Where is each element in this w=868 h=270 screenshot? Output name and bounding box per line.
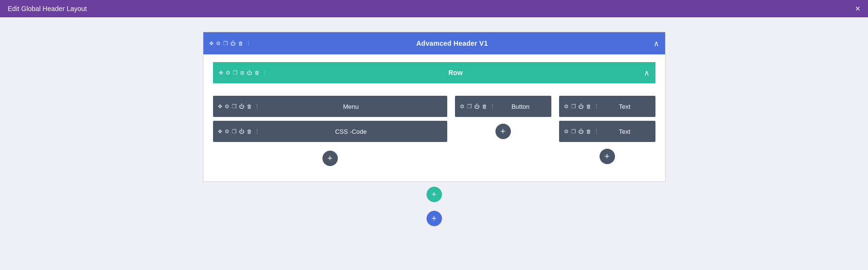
css-power-icon[interactable]: ⏻: [239, 129, 244, 134]
column-1: ✥ ⚙ ❐ ⏻ 🗑 ⋮ Menu ✥ ⚙: [213, 96, 447, 169]
button-trash-icon[interactable]: 🗑: [482, 103, 487, 109]
row-dots-icon[interactable]: ⋮: [262, 70, 267, 76]
button-gear-icon[interactable]: ⚙: [460, 103, 465, 110]
menu-move-icon[interactable]: ✥: [218, 103, 222, 110]
add-row-button[interactable]: +: [427, 187, 442, 202]
column-2: ⚙ ❐ ⏻ 🗑 ⋮ Button +: [455, 96, 551, 142]
columns-layout: ✥ ⚙ ❐ ⏻ 🗑 ⋮ Menu ✥ ⚙: [213, 91, 655, 174]
menu-gear-icon[interactable]: ⚙: [225, 103, 229, 110]
button-module-label: Button: [495, 103, 547, 110]
section-power-icon[interactable]: ⏻: [230, 40, 236, 46]
row-copy-icon[interactable]: ❐: [233, 70, 238, 76]
menu-copy-icon[interactable]: ❐: [232, 103, 237, 110]
text2-trash-icon[interactable]: 🗑: [586, 129, 591, 134]
text1-power-icon[interactable]: ⏻: [578, 103, 584, 109]
button-power-icon[interactable]: ⏻: [474, 103, 480, 109]
section-icon-toolbar: ✥ ⚙ ❐ ⏻ 🗑 ⋮: [209, 40, 251, 47]
text1-copy-icon[interactable]: ❐: [571, 103, 576, 110]
css-gear-icon[interactable]: ⚙: [225, 129, 229, 135]
button-copy-icon[interactable]: ❐: [467, 103, 472, 110]
text2-copy-icon[interactable]: ❐: [571, 129, 576, 135]
section-header: ✥ ⚙ ❐ ⏻ 🗑 ⋮ Advamced Header V1 ∧: [203, 32, 665, 54]
css-move-icon[interactable]: ✥: [218, 129, 222, 135]
text1-module[interactable]: ⚙ ❐ ⏻ 🗑 ⋮ Text: [559, 96, 655, 117]
text2-module-label: Text: [599, 128, 651, 135]
text1-module-label: Text: [599, 103, 651, 110]
row-title: Row: [267, 69, 644, 77]
canvas-area: ✥ ⚙ ❐ ⏻ 🗑 ⋮ Advamced Header V1 ∧ ✥ ⚙ ❐ ⊞…: [0, 17, 868, 270]
row-move-icon[interactable]: ✥: [219, 70, 223, 76]
menu-module[interactable]: ✥ ⚙ ❐ ⏻ 🗑 ⋮ Menu: [213, 96, 447, 117]
text2-power-icon[interactable]: ⏻: [578, 129, 584, 134]
section-copy-icon[interactable]: ❐: [223, 40, 228, 47]
section-chevron-icon[interactable]: ∧: [654, 39, 659, 48]
menu-trash-icon[interactable]: 🗑: [247, 103, 252, 109]
add-section-button[interactable]: +: [427, 211, 442, 226]
add-module-col3-button[interactable]: +: [600, 149, 615, 164]
css-copy-icon[interactable]: ❐: [232, 129, 237, 135]
text2-icon-toolbar: ⚙ ❐ ⏻ 🗑 ⋮: [564, 129, 599, 135]
row-power-icon[interactable]: ⏻: [247, 70, 252, 76]
bottom-add-buttons: + +: [427, 184, 442, 229]
text1-dots-icon[interactable]: ⋮: [594, 103, 599, 110]
text2-module[interactable]: ⚙ ❐ ⏻ 🗑 ⋮ Text: [559, 121, 655, 142]
css-icon-toolbar: ✥ ⚙ ❐ ⏻ 🗑 ⋮: [218, 129, 260, 135]
column-3: ⚙ ❐ ⏻ 🗑 ⋮ Text ⚙ ❐ ⏻ 🗑: [559, 96, 655, 167]
css-module-label: CSS -Code: [260, 128, 442, 135]
title-bar-text: Edit Global Header Layout: [8, 5, 87, 13]
button-icon-toolbar: ⚙ ❐ ⏻ 🗑 ⋮: [460, 103, 495, 110]
title-bar: Edit Global Header Layout ×: [0, 0, 868, 17]
text1-gear-icon[interactable]: ⚙: [564, 103, 569, 110]
button-module[interactable]: ⚙ ❐ ⏻ 🗑 ⋮ Button: [455, 96, 551, 117]
text1-icon-toolbar: ⚙ ❐ ⏻ 🗑 ⋮: [564, 103, 599, 110]
add-module-col2-button[interactable]: +: [495, 124, 511, 139]
section-title: Advamced Header V1: [251, 39, 654, 47]
row-gear-icon[interactable]: ⚙: [226, 70, 230, 76]
row-wrapper: ✥ ⚙ ❐ ⊞ ⏻ 🗑 ⋮ Row ∧ ✥: [203, 54, 665, 181]
section-gear-icon[interactable]: ⚙: [216, 40, 221, 47]
css-dots-icon[interactable]: ⋮: [254, 129, 260, 135]
menu-dots-icon[interactable]: ⋮: [254, 103, 260, 110]
row-grid-icon[interactable]: ⊞: [240, 70, 244, 76]
button-dots-icon[interactable]: ⋮: [490, 103, 495, 110]
row-chevron-icon[interactable]: ∧: [644, 68, 650, 77]
text1-trash-icon[interactable]: 🗑: [586, 103, 591, 109]
menu-icon-toolbar: ✥ ⚙ ❐ ⏻ 🗑 ⋮: [218, 103, 260, 110]
row-trash-icon[interactable]: 🗑: [254, 70, 260, 76]
close-button[interactable]: ×: [855, 4, 860, 13]
css-code-module[interactable]: ✥ ⚙ ❐ ⏻ 🗑 ⋮ CSS -Code: [213, 121, 447, 142]
row-icon-toolbar: ✥ ⚙ ❐ ⊞ ⏻ 🗑 ⋮: [219, 70, 267, 76]
section-dots-icon[interactable]: ⋮: [246, 40, 251, 47]
section-wrapper: ✥ ⚙ ❐ ⏻ 🗑 ⋮ Advamced Header V1 ∧ ✥ ⚙ ❐ ⊞…: [203, 32, 666, 182]
menu-power-icon[interactable]: ⏻: [239, 103, 244, 109]
menu-module-label: Menu: [260, 103, 442, 110]
text2-gear-icon[interactable]: ⚙: [564, 129, 569, 135]
add-module-col1-button[interactable]: +: [322, 151, 338, 166]
css-trash-icon[interactable]: 🗑: [247, 129, 252, 134]
text2-dots-icon[interactable]: ⋮: [594, 129, 599, 135]
row-header: ✥ ⚙ ❐ ⊞ ⏻ 🗑 ⋮ Row ∧: [213, 62, 655, 83]
section-move-icon[interactable]: ✥: [209, 40, 214, 47]
section-trash-icon[interactable]: 🗑: [238, 40, 243, 46]
